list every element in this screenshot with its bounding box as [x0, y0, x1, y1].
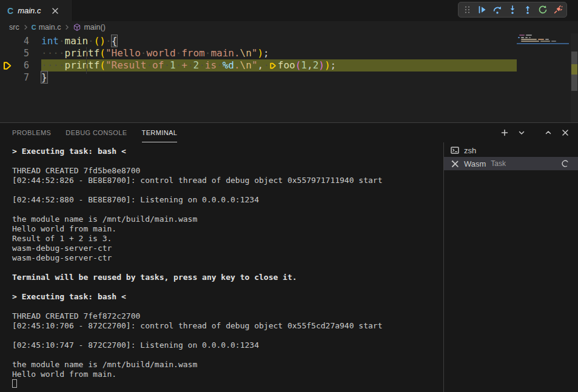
terminal-line [12, 331, 443, 341]
minimap[interactable] [517, 33, 569, 122]
bottom-panel: PROBLEMSDEBUG CONSOLETERMINAL > Executin… [0, 122, 578, 392]
code-line: 7} [0, 71, 517, 84]
terminal-dropdown-button[interactable] [516, 127, 527, 138]
debug-disconnect-button[interactable] [553, 5, 563, 15]
terminal-list: zshWasmTask [444, 142, 578, 392]
terminal-output[interactable]: > Executing task: bash <THREAD CREATED 7… [0, 142, 443, 392]
toolbar-gripper[interactable] [462, 5, 472, 15]
gutter[interactable]: 7 [0, 71, 41, 84]
editor-tab-bar: C main.c [0, 0, 578, 21]
editor-region: srcCmain.cmain() 4int·main·()·{5····prin… [0, 21, 578, 122]
token: ···· [41, 59, 65, 71]
chevron-down-icon [517, 128, 526, 138]
gutter[interactable]: 4 [0, 35, 41, 47]
debug-toolbar [458, 2, 567, 18]
close-panel-button[interactable] [560, 127, 571, 138]
terminal-line: > Executing task: bash < [12, 292, 443, 302]
panel-tabs: PROBLEMSDEBUG CONSOLETERMINAL [12, 123, 499, 142]
line-number: 5 [13, 47, 41, 59]
breadcrumb-item-mainc[interactable]: Cmain.c [32, 23, 61, 32]
indent-guide [86, 47, 87, 74]
token: · [176, 47, 182, 59]
terminal-icon [450, 145, 460, 155]
token: · [164, 59, 170, 71]
minimap-code-mark [538, 39, 544, 40]
chevron-up-icon [543, 128, 553, 138]
terminal-cursor [12, 379, 17, 388]
token: world [146, 47, 175, 59]
token: 1 [170, 59, 176, 71]
minimap-viewport-line [517, 43, 569, 44]
tab-title: main.c [18, 6, 41, 15]
breadcrumb-item-main[interactable]: main() [73, 23, 105, 32]
token: main. [210, 47, 240, 59]
terminal-line: wasm-debug-server-ctr [12, 244, 443, 253]
token: · [176, 59, 182, 71]
debug-restart-button[interactable] [538, 5, 548, 15]
gripper-icon [463, 5, 471, 15]
symbol-cube-icon [73, 23, 81, 32]
terminal-line [12, 302, 443, 311]
close-icon [560, 128, 570, 138]
token: printf [65, 59, 100, 71]
maximize-panel-button[interactable] [543, 127, 554, 138]
token: ; [331, 59, 337, 71]
token: · [141, 47, 147, 59]
token: ···· [41, 47, 65, 59]
spinner-icon [561, 159, 570, 168]
minimap-code-mark [525, 37, 528, 38]
debug-step-over-button[interactable] [492, 5, 502, 15]
debug-continue-icon [477, 5, 487, 15]
c-file-icon: C [7, 6, 13, 16]
debug-current-line-icon [2, 61, 13, 70]
minimap-code-mark [521, 39, 537, 40]
code-editor[interactable]: 4int·main·()·{5····printf("Hello·world·f… [0, 33, 578, 122]
current-line-marker [571, 64, 577, 75]
terminal-line [12, 350, 443, 360]
token: ) [324, 59, 331, 71]
terminal-line [12, 205, 443, 214]
token: ) [257, 47, 263, 59]
gutter[interactable]: 5 [0, 47, 41, 59]
tab-main-c[interactable]: C main.c [0, 0, 72, 21]
panel-tab-problems[interactable]: PROBLEMS [12, 123, 51, 142]
debug-step-out-icon [523, 5, 533, 15]
vscode-window: C main.c srcCmain.cmain() 4int·main·()·{… [0, 0, 578, 392]
terminal-line: THREAD CREATED 7fef872c2700 [12, 311, 443, 321]
terminal-line: Hello world from main. [12, 224, 443, 234]
token: ( [99, 47, 106, 59]
terminal-list-item-wasm[interactable]: WasmTask [444, 157, 578, 170]
tab-close-icon[interactable] [50, 6, 60, 16]
token: \n [240, 47, 252, 59]
code-line: 4int·main·()·{ [0, 35, 517, 47]
terminal-line: Result of 1 + 2 is 3. [12, 234, 443, 244]
terminal-line: [02:45:10:747 - 872C2700]: Listening on … [12, 341, 443, 350]
code-text[interactable]: } [41, 71, 517, 84]
code-text[interactable]: int·main·()·{ [41, 35, 517, 47]
token: \n [240, 59, 252, 71]
breadcrumb-item-src[interactable]: src [9, 23, 19, 32]
code-line: 5····printf("Hello·world·from·main.\n"); [0, 47, 517, 59]
token: main [65, 35, 89, 47]
debug-continue-button[interactable] [477, 5, 487, 15]
terminal-line: Terminal will be reused by tasks, press … [12, 273, 443, 282]
token: %d [223, 59, 234, 71]
token: · [217, 59, 223, 71]
code-text[interactable]: ····printf("Result·of·1·+·2·is·%d.\n",·f… [41, 59, 517, 71]
token: () [94, 35, 106, 47]
debug-step-over-icon [492, 5, 502, 15]
terminal-list-item-zsh[interactable]: zsh [444, 144, 578, 157]
panel-tab-debug-console[interactable]: DEBUG CONSOLE [66, 123, 127, 142]
debug-step-into-button[interactable] [508, 5, 517, 15]
code-text[interactable]: ····printf("Hello·world·from·main.\n"); [41, 47, 517, 59]
chevron-right-icon [21, 23, 30, 32]
gutter[interactable]: 6 [0, 59, 41, 71]
panel-tab-terminal[interactable]: TERMINAL [142, 123, 178, 142]
terminal-line: [02:44:52:826 - BE8E8700]: control threa… [12, 176, 443, 185]
new-terminal-button[interactable] [499, 127, 510, 138]
token: ) [318, 59, 324, 71]
debug-step-out-button[interactable] [523, 5, 533, 15]
plus-icon [500, 128, 509, 138]
token: ; [263, 47, 269, 59]
debug-step-into-icon [508, 5, 517, 15]
